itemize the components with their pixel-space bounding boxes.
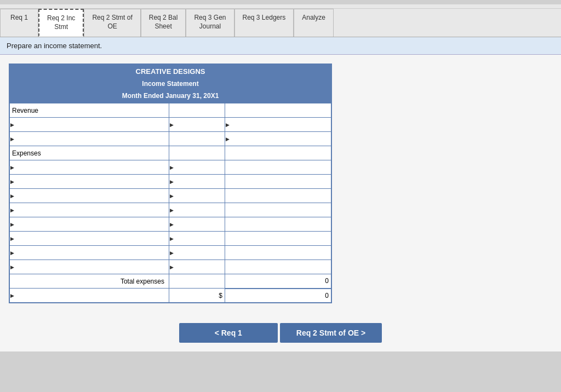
revenue-amt2-input-1[interactable] xyxy=(225,118,331,131)
expense-name-input-4[interactable] xyxy=(10,203,169,217)
revenue-label: Revenue xyxy=(10,103,169,118)
expense-amt-input-3[interactable] xyxy=(169,189,225,203)
period-label: Month Ended January 31, 20X1 xyxy=(9,90,331,103)
net-income-row: $ 0 xyxy=(10,289,331,303)
total-expenses-value: 0 xyxy=(225,274,331,289)
tab-req1[interactable]: Req 1 xyxy=(0,9,38,37)
bottom-navigation: < Req 1 Req 2 Stmt of OE > xyxy=(0,312,561,351)
tab-req2-stmt[interactable]: Req 2 Stmt ofOE xyxy=(84,9,140,37)
expense-name-input-1[interactable] xyxy=(10,160,169,174)
content-area: CREATIVE DESIGNS Income Statement Month … xyxy=(0,55,561,312)
tab-navigation: Req 1 Req 2 IncStmt Req 2 Stmt ofOE Req … xyxy=(0,9,561,37)
expense-row-7 xyxy=(10,246,331,260)
revenue-amt2-input-2[interactable] xyxy=(225,132,331,146)
revenue-section-row: Revenue xyxy=(10,103,331,118)
top-bar xyxy=(0,4,561,9)
expense-amt-input-8[interactable] xyxy=(169,260,225,274)
revenue-row-2 xyxy=(10,132,331,146)
expense-name-input-2[interactable] xyxy=(10,175,169,188)
expense-name-input-8[interactable] xyxy=(10,260,169,274)
expense-row-6 xyxy=(10,232,331,246)
expense-row-2 xyxy=(10,175,331,189)
expense-row-1 xyxy=(10,160,331,175)
next-button[interactable]: Req 2 Stmt of OE > xyxy=(280,323,382,343)
expense-amt-input-5[interactable] xyxy=(169,217,225,231)
revenue-row-1 xyxy=(10,118,331,132)
tab-req2-inc[interactable]: Req 2 IncStmt xyxy=(38,9,84,37)
revenue-amt1-input-1[interactable] xyxy=(169,118,225,131)
net-income-dollar: $ xyxy=(169,289,225,303)
total-expenses-row: Total expenses 0 xyxy=(10,274,331,289)
expense-name-input-5[interactable] xyxy=(10,217,169,231)
revenue-name-input-2[interactable] xyxy=(10,132,169,146)
tab-req3-ledgers[interactable]: Req 3 Ledgers xyxy=(234,9,294,37)
net-income-label-input[interactable] xyxy=(10,289,169,302)
instruction-text: Prepare an income statement. xyxy=(7,42,102,50)
expense-amt-input-4[interactable] xyxy=(169,203,225,217)
net-income-value: 0 xyxy=(325,292,329,299)
expense-amt-input-7[interactable] xyxy=(169,246,225,260)
tab-req3-gen[interactable]: Req 3 GenJournal xyxy=(186,9,234,37)
expense-name-input-6[interactable] xyxy=(10,232,169,245)
company-name: CREATIVE DESIGNS xyxy=(9,64,331,78)
tab-analyze[interactable]: Analyze xyxy=(294,9,334,37)
expense-row-5 xyxy=(10,217,331,232)
expenses-section-row: Expenses xyxy=(10,146,331,160)
expense-name-input-7[interactable] xyxy=(10,246,169,260)
revenue-name-input-1[interactable] xyxy=(10,118,169,131)
income-statement-table: Revenue xyxy=(9,103,331,303)
expense-row-4 xyxy=(10,203,331,217)
main-container: Req 1 Req 2 IncStmt Req 2 Stmt ofOE Req … xyxy=(0,4,561,351)
instruction-bar: Prepare an income statement. xyxy=(0,37,561,55)
tab-req2-bal[interactable]: Req 2 BalSheet xyxy=(141,9,186,37)
financial-table: CREATIVE DESIGNS Income Statement Month … xyxy=(9,64,332,303)
statement-title: Income Statement xyxy=(9,78,331,90)
expense-amt-input-2[interactable] xyxy=(169,175,225,188)
expense-name-input-3[interactable] xyxy=(10,189,169,203)
expense-amt-input-6[interactable] xyxy=(169,232,225,245)
prev-button[interactable]: < Req 1 xyxy=(179,323,278,343)
expense-row-3 xyxy=(10,189,331,203)
total-expenses-label: Total expenses xyxy=(10,274,169,289)
expenses-label: Expenses xyxy=(10,146,169,160)
expense-amt-input-1[interactable] xyxy=(169,160,225,174)
expense-row-8 xyxy=(10,260,331,274)
